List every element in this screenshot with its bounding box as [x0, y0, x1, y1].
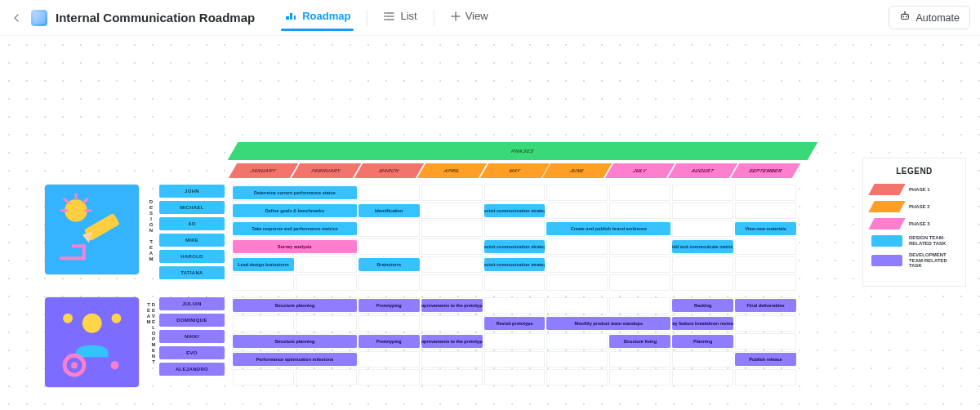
- grid-cell: [421, 256, 483, 273]
- grid-cell: [359, 351, 420, 368]
- grid-cell: [672, 351, 733, 368]
- months-row: JANUARYFEBRUARYMARCHAPRILMAYJUNEJULYAUGU…: [233, 163, 796, 180]
- design-team-label: DESIGN TEAM: [145, 189, 157, 271]
- grid-cell: [359, 221, 420, 237]
- person-label: MICHAEL: [159, 201, 225, 214]
- grid-cell: [296, 274, 357, 291]
- grid-cell: [672, 256, 733, 273]
- task-bar[interactable]: Add and communicate metrics: [672, 240, 733, 253]
- development-people-column: JULIANDOMINIQUENIKKIEVOALEJANDRO: [159, 297, 225, 376]
- grid-cell: [546, 238, 608, 255]
- grid-cell: [421, 274, 483, 291]
- tab-list[interactable]: List: [374, 5, 426, 30]
- grid-cell: [672, 369, 733, 385]
- person-label: DOMINIQUE: [159, 314, 225, 327]
- task-bar[interactable]: Final deliverables: [735, 299, 796, 312]
- task-bar[interactable]: Determine current performance status: [233, 186, 357, 199]
- svg-point-10: [82, 313, 102, 332]
- task-bar[interactable]: Prototyping: [359, 299, 420, 312]
- task-bar[interactable]: Improvements to the prototype: [421, 335, 483, 348]
- task-bar[interactable]: Publish release: [735, 353, 796, 366]
- person-label: TATIANA: [159, 266, 225, 279]
- task-bar[interactable]: Brainstorm: [359, 258, 420, 271]
- month-header: JANUARY: [229, 163, 298, 178]
- automate-button[interactable]: Automate: [889, 6, 970, 29]
- grid-cell: [484, 185, 546, 201]
- automate-label: Automate: [915, 12, 960, 24]
- task-bar[interactable]: Prototyping: [359, 335, 420, 348]
- tab-roadmap[interactable]: Roadmap: [274, 5, 360, 31]
- task-bar[interactable]: Identification: [359, 204, 420, 217]
- legend-row: DESIGN TEAM-RELATED TASK: [871, 235, 957, 247]
- grid-cell: [546, 256, 608, 273]
- grid-cell: [609, 297, 670, 314]
- legend-title: LEGEND: [871, 167, 957, 176]
- grid-cell: [233, 274, 294, 291]
- task-bar[interactable]: Monthly product team standups: [546, 317, 670, 330]
- task-bar[interactable]: Revisit communication strategy: [484, 258, 546, 271]
- grid-cell: [484, 351, 546, 368]
- task-bar[interactable]: View new materials: [735, 222, 796, 235]
- grid-cell: [421, 221, 483, 237]
- month-header: APRIL: [416, 163, 486, 178]
- grid-cell: [421, 315, 483, 332]
- svg-point-0: [384, 12, 385, 14]
- grid-cell: [421, 203, 483, 219]
- task-bar[interactable]: Create and publish brand ambience: [546, 222, 670, 235]
- design-people-column: JOHNMICHAELAOMIKEHAROLDTATIANA: [159, 185, 225, 279]
- task-bar[interactable]: Structure fixing: [609, 335, 670, 348]
- task-bar[interactable]: Backlog: [672, 299, 733, 312]
- topbar: Internal Communication Roadmap Roadmap L…: [0, 0, 980, 36]
- task-bar[interactable]: Structure planning: [233, 299, 357, 312]
- task-bar[interactable]: Key feature breakdown reviews: [672, 317, 733, 330]
- person-label: NIKKI: [159, 330, 225, 343]
- legend-swatch: [868, 218, 905, 230]
- grid-cell: [359, 315, 420, 332]
- task-bar[interactable]: Improvements to the prototype: [421, 299, 483, 312]
- grid-cell: [609, 185, 670, 201]
- grid-cell: [609, 203, 670, 219]
- page-title: Internal Communication Roadmap: [56, 11, 255, 25]
- task-bar[interactable]: Take response and performance metrics: [233, 222, 357, 235]
- svg-point-6: [905, 11, 906, 13]
- month-header: AUGUST: [668, 163, 737, 178]
- grid-cell: [296, 256, 357, 273]
- view-tabs: Roadmap List View: [274, 5, 497, 31]
- grid-cell: [546, 351, 608, 368]
- legend-row: PHASE 2: [871, 201, 957, 212]
- task-bar[interactable]: Revisit communication strategy: [484, 204, 546, 217]
- grid-cell: [546, 274, 608, 291]
- legend-swatch: [868, 184, 905, 195]
- grid-cell: [233, 369, 294, 385]
- grid-cell: [735, 185, 796, 201]
- legend-panel: LEGEND PHASE 1PHASE 2PHASE 3DESIGN TEAM-…: [863, 158, 965, 286]
- tab-add-view[interactable]: View: [441, 5, 498, 30]
- collapse-icon[interactable]: [10, 8, 23, 28]
- grid-cell: [484, 333, 546, 350]
- grid-cell: [609, 369, 670, 385]
- svg-point-1: [384, 16, 385, 17]
- month-header: SEPTEMBER: [731, 163, 800, 178]
- task-bar[interactable]: Define goals & benchmarks: [233, 204, 357, 217]
- design-task-grid: Determine current performance statusDefi…: [233, 185, 796, 291]
- task-bar[interactable]: Structure planning: [233, 335, 357, 348]
- person-label: ALEJANDRO: [159, 363, 225, 376]
- task-bar[interactable]: Survey analysis: [233, 240, 357, 253]
- task-bar[interactable]: Revisit prototype: [484, 317, 546, 330]
- legend-row: DEVELOPMENT TEAM-RELATED TASK: [871, 252, 957, 269]
- svg-point-5: [906, 16, 907, 18]
- task-bar[interactable]: Lead design brainstorm: [233, 258, 294, 271]
- person-gear-icon: [50, 302, 135, 383]
- legend-label: PHASE 2: [909, 204, 930, 210]
- grid-cell: [484, 297, 546, 314]
- svg-point-2: [384, 19, 385, 20]
- svg-point-14: [111, 313, 121, 323]
- grid-cell: [609, 274, 670, 291]
- task-bar[interactable]: Planning: [672, 335, 733, 348]
- grid-cell: [421, 238, 483, 255]
- grid-cell: [484, 274, 546, 291]
- task-bar[interactable]: Revisit communication strategy: [484, 240, 546, 253]
- canvas[interactable]: PHASES JANUARYFEBRUARYMARCHAPRILMAYJUNEJ…: [0, 36, 980, 410]
- task-bar[interactable]: Performance optimization milestone: [233, 353, 357, 366]
- grid-cell: [609, 351, 670, 368]
